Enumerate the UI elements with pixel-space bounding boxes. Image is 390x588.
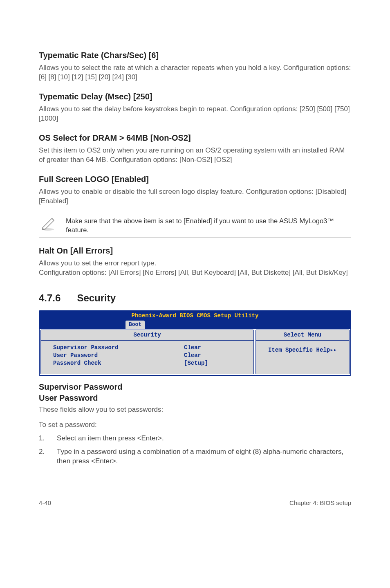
bios-right-title: Select Menu — [256, 330, 349, 341]
security-section-heading: 4.7.6Security — [39, 292, 351, 305]
bios-label: User Password — [53, 352, 184, 359]
bios-setup-box: Phoenix-Award BIOS CMOS Setup Utility Bo… — [39, 310, 351, 375]
full-logo-desc: Allows you to enable or disable the full… — [39, 187, 351, 206]
supervisor-password-heading: Supervisor Password — [39, 382, 351, 393]
user-password-heading: User Password — [39, 393, 351, 404]
to-set-password: To set a password: — [39, 420, 351, 430]
step-item: Type in a password using a combination o… — [39, 447, 351, 466]
section-number: 4.7.6 — [39, 292, 61, 305]
bios-title-bar: Phoenix-Award BIOS CMOS Setup Utility — [40, 311, 350, 321]
bios-value: [Setup] — [184, 359, 241, 367]
svg-marker-1 — [43, 218, 54, 230]
password-steps: Select an item then press <Enter>. Type … — [39, 434, 351, 466]
bios-right-panel: Select Menu Item Specific Help▸▸ — [256, 330, 350, 374]
typematic-rate-title: Typematic Rate (Chars/Sec) [6] — [39, 50, 351, 61]
pencil-note-icon — [40, 215, 56, 232]
page-footer: 4-40 Chapter 4: BIOS setup — [39, 498, 351, 507]
halt-on-desc: Allows you to set the error report type.… — [39, 259, 351, 278]
page-number: 4-40 — [39, 499, 51, 507]
bios-help-text: Item Specific Help▸▸ — [256, 341, 349, 359]
full-logo-title: Full Screen LOGO [Enabled] — [39, 174, 351, 185]
bios-left-panel: Security Supervisor Password Clear User … — [40, 330, 254, 374]
typematic-rate-desc: Allows you to select the rate at which a… — [39, 63, 351, 82]
bios-left-title: Security — [41, 330, 253, 341]
bios-label: Supervisor Password — [53, 344, 184, 352]
section-title: Security — [77, 292, 116, 303]
password-intro: These fields allow you to set passwords: — [39, 405, 351, 415]
bios-value: Clear — [184, 344, 241, 352]
bios-row-supervisor: Supervisor Password Clear — [53, 344, 241, 352]
svg-line-2 — [52, 218, 54, 220]
bios-row-user: User Password Clear — [53, 352, 241, 359]
bios-label: Password Check — [53, 359, 184, 367]
note-box: Make sure that the above item is set to … — [39, 212, 351, 238]
bios-tab-boot: Boot — [126, 321, 145, 329]
note-text: Make sure that the above item is set to … — [66, 215, 351, 235]
typematic-delay-title: Typematic Delay (Msec) [250] — [39, 91, 351, 102]
bios-row-check: Password Check [Setup] — [53, 359, 241, 367]
os-select-title: OS Select for DRAM > 64MB [Non-OS2] — [39, 132, 351, 144]
bios-value: Clear — [184, 352, 241, 359]
chapter-label: Chapter 4: BIOS setup — [289, 499, 351, 507]
halt-on-title: Halt On [All Errors] — [39, 245, 351, 256]
bios-tab-bar: Boot — [40, 321, 350, 329]
step-item: Select an item then press <Enter>. — [39, 434, 351, 443]
typematic-delay-desc: Allows you to set the delay before keyst… — [39, 105, 351, 123]
os-select-desc: Set this item to OS2 only when you are r… — [39, 146, 351, 165]
